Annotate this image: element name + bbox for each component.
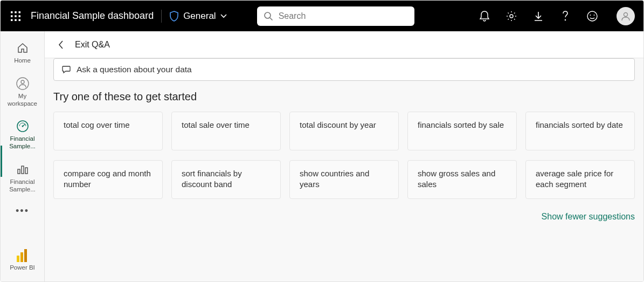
power-bi-logo-icon <box>16 248 30 262</box>
dashboard-gauge-icon <box>16 119 30 133</box>
qa-input[interactable]: Ask a question about your data <box>53 58 635 81</box>
suggestion-text: total sale over time <box>182 120 250 130</box>
nav-power-bi-label: Power BI <box>10 264 35 272</box>
suggestions-title: Try one of these to get started <box>53 91 635 103</box>
suggestion-card[interactable]: average sale price for each segment <box>525 160 635 199</box>
suggestion-card[interactable]: show gross sales and sales <box>407 160 517 199</box>
svg-point-13 <box>587 11 597 21</box>
svg-rect-3 <box>11 15 13 17</box>
search-icon <box>264 11 273 21</box>
suggestion-text: compare cog and month number <box>64 168 153 190</box>
download-icon[interactable] <box>532 10 544 22</box>
suggestion-text: show gross sales and sales <box>418 168 507 190</box>
svg-rect-2 <box>19 11 21 13</box>
svg-rect-0 <box>11 11 13 13</box>
nav-power-bi[interactable]: Power BI <box>1 244 44 276</box>
suggestion-text: total cog over time <box>64 120 130 130</box>
suggestion-text: total discount by year <box>300 120 376 130</box>
suggestion-text: average sale price for each segment <box>536 168 625 190</box>
svg-rect-23 <box>25 168 27 174</box>
bar-chart-icon <box>16 162 30 176</box>
suggestion-text: financials sorted by sale <box>418 120 504 130</box>
exit-qa-link[interactable]: Exit Q&A <box>75 40 110 50</box>
feedback-icon[interactable] <box>586 10 598 22</box>
svg-point-18 <box>21 80 24 84</box>
nav-home[interactable]: Home <box>1 37 44 69</box>
suggestion-card[interactable]: financials sorted by sale <box>407 112 517 150</box>
svg-rect-21 <box>18 169 20 174</box>
shield-icon <box>169 11 179 22</box>
search-wrap <box>257 6 414 26</box>
app-body: Home My workspace Financial Sample... Fi… <box>1 31 643 281</box>
qa-input-placeholder: Ask a question about your data <box>77 65 192 74</box>
svg-point-11 <box>510 15 513 18</box>
nav-financial-sample-2-label: Financial Sample... <box>3 178 42 194</box>
active-indicator <box>1 146 2 177</box>
svg-rect-6 <box>11 19 13 21</box>
suggestion-card[interactable]: total sale over time <box>171 112 281 150</box>
top-icons <box>479 7 635 25</box>
sensitivity-label: General <box>183 11 216 22</box>
notifications-icon[interactable] <box>479 10 490 22</box>
top-bar: Financial Sample dashboard General <box>1 1 643 31</box>
suggestion-card[interactable]: total cog over time <box>53 112 163 150</box>
svg-rect-1 <box>15 11 17 13</box>
svg-point-9 <box>265 12 271 18</box>
nav-home-label: Home <box>14 57 31 65</box>
account-avatar[interactable] <box>617 7 635 25</box>
show-fewer-row: Show fewer suggestions <box>53 212 635 222</box>
svg-rect-7 <box>15 19 17 21</box>
nav-financial-sample-report[interactable]: Financial Sample... <box>1 158 44 198</box>
search-box[interactable] <box>257 6 414 26</box>
svg-point-16 <box>624 12 628 16</box>
svg-rect-5 <box>19 15 21 17</box>
qa-content: Ask a question about your data Try one o… <box>45 58 643 230</box>
home-icon <box>16 41 30 55</box>
nav-more[interactable]: ••• <box>1 201 44 221</box>
app-launcher-icon[interactable] <box>9 10 22 23</box>
left-rail: Home My workspace Financial Sample... Fi… <box>1 31 45 281</box>
svg-point-15 <box>594 15 595 16</box>
nav-my-workspace-label: My workspace <box>3 93 42 108</box>
show-fewer-link[interactable]: Show fewer suggestions <box>542 212 635 222</box>
search-input[interactable] <box>279 11 408 21</box>
svg-point-20 <box>22 126 23 127</box>
svg-point-12 <box>565 19 566 20</box>
suggestion-card[interactable]: compare cog and month number <box>53 160 163 199</box>
suggestions-grid: total cog over time total sale over time… <box>53 112 635 199</box>
sub-header: Exit Q&A <box>45 31 643 58</box>
help-icon[interactable] <box>559 10 571 22</box>
dashboard-title: Financial Sample dashboard <box>31 10 154 22</box>
suggestion-text: financials sorted by date <box>536 120 623 130</box>
svg-line-10 <box>270 18 273 20</box>
suggestion-card[interactable]: sort financials by discount band <box>171 160 281 199</box>
title-area: Financial Sample dashboard General <box>31 10 227 23</box>
chevron-down-icon <box>220 14 227 18</box>
settings-icon[interactable] <box>505 10 517 22</box>
svg-rect-22 <box>22 166 24 174</box>
back-button[interactable] <box>56 39 66 50</box>
suggestion-text: sort financials by discount band <box>182 168 271 190</box>
nav-financial-sample-1-label: Financial Sample... <box>3 135 42 150</box>
suggestion-card[interactable]: financials sorted by date <box>525 112 635 150</box>
app-root: Financial Sample dashboard General <box>0 0 644 282</box>
svg-rect-4 <box>15 15 17 17</box>
main-content: Exit Q&A Ask a question about your data … <box>45 31 643 281</box>
svg-rect-8 <box>19 19 21 21</box>
more-dots-icon: ••• <box>16 205 29 217</box>
suggestion-card[interactable]: show countries and years <box>289 160 399 199</box>
divider <box>161 10 162 23</box>
nav-financial-sample-dashboard[interactable]: Financial Sample... <box>1 115 44 155</box>
chat-bubble-icon <box>61 65 71 74</box>
svg-point-14 <box>590 15 591 16</box>
suggestion-card[interactable]: total discount by year <box>289 112 399 150</box>
nav-my-workspace[interactable]: My workspace <box>1 72 44 112</box>
person-circle-icon <box>16 77 30 91</box>
sensitivity-dropdown[interactable]: General <box>169 11 226 22</box>
suggestion-text: show countries and years <box>300 168 389 190</box>
